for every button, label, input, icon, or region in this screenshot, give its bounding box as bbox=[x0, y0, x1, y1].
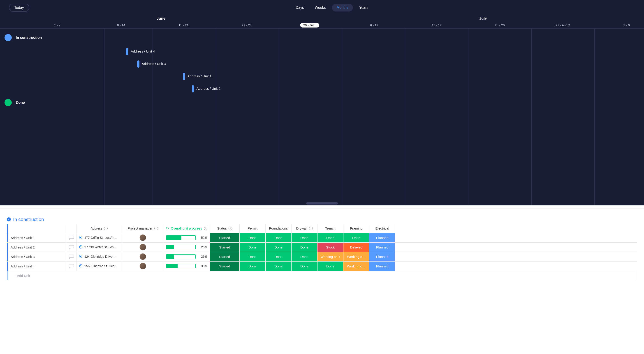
col-pm[interactable]: Project manageri bbox=[122, 224, 164, 233]
progress-cell[interactable]: 26% bbox=[164, 252, 210, 261]
timeline-group-header[interactable]: Done bbox=[0, 99, 644, 106]
step-cell-permit[interactable]: Done bbox=[240, 233, 266, 242]
step-cell-trench[interactable]: Stuck bbox=[318, 243, 344, 252]
week-label[interactable]: 15 - 21 bbox=[179, 23, 189, 27]
step-cell-electrical[interactable]: Planned bbox=[370, 233, 395, 242]
timeline-weeks[interactable]: 1 - 78 - 1415 - 2122 - 2829 - Jul 56 - 1… bbox=[0, 22, 644, 28]
col-name[interactable] bbox=[8, 224, 66, 233]
table-row[interactable]: Address / Unit 3⦿124 Glenridge Drive …26… bbox=[7, 252, 637, 261]
timeline-bar[interactable] bbox=[192, 85, 194, 92]
avatar[interactable] bbox=[140, 234, 146, 241]
step-cell-trench[interactable]: Working on it bbox=[318, 252, 344, 261]
step-cell-found[interactable]: Done bbox=[266, 233, 292, 242]
step-cell-electrical[interactable]: Planned bbox=[370, 252, 395, 261]
step-cell-framing[interactable]: Done bbox=[344, 233, 370, 242]
progress-cell[interactable]: 26% bbox=[164, 243, 210, 252]
address-cell[interactable]: ⦿97 Old Water St. Los … bbox=[77, 243, 122, 252]
timeline-group-header[interactable]: In construction bbox=[0, 34, 644, 41]
step-cell-framing[interactable]: Working o… bbox=[344, 262, 370, 271]
col-foundations[interactable]: Foundations bbox=[266, 224, 292, 233]
step-cell-permit[interactable]: Done bbox=[240, 243, 266, 252]
item-name[interactable]: Address / Unit 1 bbox=[8, 233, 66, 242]
avatar[interactable] bbox=[140, 263, 146, 270]
step-cell-permit[interactable]: Done bbox=[240, 262, 266, 271]
week-label[interactable]: 3 - 9 bbox=[624, 23, 630, 27]
col-drywall[interactable]: Drywalli bbox=[292, 224, 318, 233]
address-cell[interactable]: ⦿177 Griffin St. Los An… bbox=[77, 233, 122, 242]
panel-resize-handle[interactable]: ┄┄ bbox=[0, 205, 644, 209]
chat-icon[interactable] bbox=[68, 264, 74, 269]
week-label[interactable]: 20 - 26 bbox=[495, 23, 505, 27]
status-cell[interactable]: Started bbox=[210, 262, 240, 271]
step-cell-framing[interactable]: Working o… bbox=[344, 252, 370, 261]
avatar[interactable] bbox=[140, 244, 146, 251]
step-cell-found[interactable]: Done bbox=[266, 252, 292, 261]
week-label[interactable]: 1 - 7 bbox=[54, 23, 60, 27]
table-row[interactable]: Address / Unit 2⦿97 Old Water St. Los …2… bbox=[7, 242, 637, 252]
timeline-body[interactable]: In constructionAddress / Unit 4Address /… bbox=[0, 28, 644, 205]
today-button[interactable]: Today bbox=[9, 3, 29, 12]
timeline-bar[interactable] bbox=[126, 48, 128, 55]
item-name[interactable]: Address / Unit 4 bbox=[8, 262, 66, 271]
step-cell-electrical[interactable]: Planned bbox=[370, 243, 395, 252]
pm-cell[interactable] bbox=[122, 233, 164, 242]
col-status[interactable]: Statusi bbox=[210, 224, 240, 233]
step-cell-found[interactable]: Done bbox=[266, 243, 292, 252]
step-cell-drywall[interactable]: Done bbox=[292, 243, 318, 252]
add-row[interactable]: + Add Unit bbox=[7, 271, 637, 280]
progress-cell[interactable]: 39% bbox=[164, 262, 210, 271]
timeline-bar[interactable] bbox=[137, 60, 140, 68]
scale-days[interactable]: Days bbox=[291, 4, 308, 11]
chat-cell[interactable] bbox=[66, 233, 77, 242]
chat-icon[interactable] bbox=[68, 235, 74, 240]
pm-cell[interactable] bbox=[122, 252, 164, 261]
week-label[interactable]: 22 - 28 bbox=[242, 23, 252, 27]
week-label[interactable]: 13 - 19 bbox=[432, 23, 442, 27]
step-cell-drywall[interactable]: Done bbox=[292, 252, 318, 261]
week-label[interactable]: 8 - 14 bbox=[117, 23, 125, 27]
step-cell-permit[interactable]: Done bbox=[240, 252, 266, 261]
week-label[interactable]: 27 - Aug 2 bbox=[556, 23, 570, 27]
progress-cell[interactable]: 52% bbox=[164, 233, 210, 242]
chat-cell[interactable] bbox=[66, 243, 77, 252]
step-cell-framing[interactable]: Delayed bbox=[344, 243, 370, 252]
scale-weeks[interactable]: Weeks bbox=[310, 4, 330, 11]
pm-cell[interactable] bbox=[122, 243, 164, 252]
chat-cell[interactable] bbox=[66, 252, 77, 261]
chat-cell[interactable] bbox=[66, 262, 77, 271]
step-cell-electrical[interactable]: Planned bbox=[370, 262, 395, 271]
scale-months[interactable]: Months bbox=[332, 4, 353, 11]
status-cell[interactable]: Started bbox=[210, 243, 240, 252]
col-permit[interactable]: Permit bbox=[240, 224, 266, 233]
item-name[interactable]: Address / Unit 2 bbox=[8, 243, 66, 252]
step-cell-found[interactable]: Done bbox=[266, 262, 292, 271]
address-cell[interactable]: ⦿124 Glenridge Drive … bbox=[77, 252, 122, 261]
step-cell-trench[interactable]: Done bbox=[318, 262, 344, 271]
pm-cell[interactable] bbox=[122, 262, 164, 271]
table-row[interactable]: Address / Unit 4⦿9569 Theatre St. Oce…39… bbox=[7, 261, 637, 271]
col-electrical[interactable]: Electrical bbox=[370, 224, 395, 233]
avatar[interactable] bbox=[140, 253, 146, 260]
chat-icon[interactable] bbox=[68, 254, 74, 259]
week-label[interactable]: 29 - Jul 5 bbox=[300, 23, 320, 27]
col-framing[interactable]: Framing bbox=[344, 224, 370, 233]
status-cell[interactable]: Started bbox=[210, 233, 240, 242]
timeline-bar[interactable] bbox=[183, 73, 185, 80]
info-icon[interactable]: i bbox=[228, 227, 232, 230]
info-icon[interactable]: i bbox=[104, 227, 108, 230]
scale-years[interactable]: Years bbox=[355, 4, 373, 11]
col-trench[interactable]: Trench bbox=[318, 224, 344, 233]
step-cell-drywall[interactable]: Done bbox=[292, 233, 318, 242]
col-address[interactable]: Addressi bbox=[77, 224, 122, 233]
group-header-in-construction[interactable]: ▼ In construction bbox=[7, 217, 637, 222]
col-progress[interactable]: ↻ Overall unit progressi bbox=[164, 224, 210, 233]
item-name[interactable]: Address / Unit 3 bbox=[8, 252, 66, 261]
info-icon[interactable]: i bbox=[204, 227, 207, 230]
address-cell[interactable]: ⦿9569 Theatre St. Oce… bbox=[77, 262, 122, 271]
status-cell[interactable]: Started bbox=[210, 252, 240, 261]
table-row[interactable]: Address / Unit 1⦿177 Griffin St. Los An…… bbox=[7, 233, 637, 242]
step-cell-drywall[interactable]: Done bbox=[292, 262, 318, 271]
step-cell-trench[interactable]: Done bbox=[318, 233, 344, 242]
info-icon[interactable]: i bbox=[154, 227, 158, 230]
chat-icon[interactable] bbox=[68, 245, 74, 250]
